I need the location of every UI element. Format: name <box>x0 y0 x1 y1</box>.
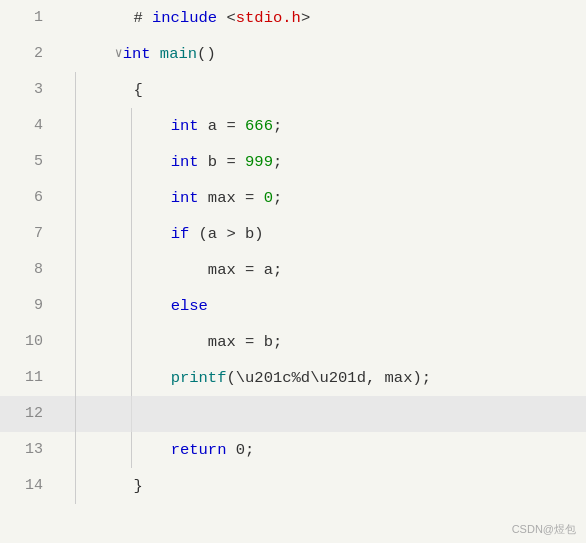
code-line-7: 7 if (a > b) <box>0 216 586 252</box>
line-number-8: 8 <box>0 252 55 288</box>
line-number-6: 6 <box>0 180 55 216</box>
line-content-10: max = b; <box>55 324 586 360</box>
code-line-14: 14 } <box>0 468 586 504</box>
line-content-13: return 0; <box>55 432 586 468</box>
line-content-6: int max = 0; <box>55 180 586 216</box>
line-number-7: 7 <box>0 216 55 252</box>
line-number-14: 14 <box>0 468 55 504</box>
code-line-2: 2 ∨int main() <box>0 36 586 72</box>
line-number-10: 10 <box>0 324 55 360</box>
code-editor: 1 # include <stdio.h> 2 ∨int main() 3 { … <box>0 0 586 543</box>
line-number-3: 3 <box>0 72 55 108</box>
line-number-9: 9 <box>0 288 55 324</box>
code-line-11: 11 printf(\u201c%d\u201d, max); <box>0 360 586 396</box>
code-line-6: 6 int max = 0; <box>0 180 586 216</box>
line-content-3: { <box>55 72 586 108</box>
line-content-7: if (a > b) <box>55 216 586 252</box>
code-line-9: 9 else <box>0 288 586 324</box>
code-line-5: 5 int b = 999; <box>0 144 586 180</box>
line-content-8: max = a; <box>55 252 586 288</box>
line-content-9: else <box>55 288 586 324</box>
line-content-14: } <box>55 468 586 504</box>
code-line-8: 8 max = a; <box>0 252 586 288</box>
code-line-1: 1 # include <stdio.h> <box>0 0 586 36</box>
watermark: CSDN@煜包 <box>512 522 576 537</box>
line-number-1: 1 <box>0 0 55 36</box>
line-content-2: ∨int main() <box>55 36 586 72</box>
line-number-12: 12 <box>0 396 55 432</box>
line-content-1: # include <stdio.h> <box>55 0 586 36</box>
code-line-3: 3 { <box>0 72 586 108</box>
code-line-10: 10 max = b; <box>0 324 586 360</box>
code-line-13: 13 return 0; <box>0 432 586 468</box>
line-number-2: 2 <box>0 36 55 72</box>
line-number-11: 11 <box>0 360 55 396</box>
line-number-5: 5 <box>0 144 55 180</box>
line-content-4: int a = 666; <box>55 108 586 144</box>
code-line-12: 12 <box>0 396 586 432</box>
line-number-13: 13 <box>0 432 55 468</box>
code-line-4: 4 int a = 666; <box>0 108 586 144</box>
line-number-4: 4 <box>0 108 55 144</box>
line-content-5: int b = 999; <box>55 144 586 180</box>
line-content-11: printf(\u201c%d\u201d, max); <box>55 360 586 396</box>
code-area: 1 # include <stdio.h> 2 ∨int main() 3 { … <box>0 0 586 543</box>
